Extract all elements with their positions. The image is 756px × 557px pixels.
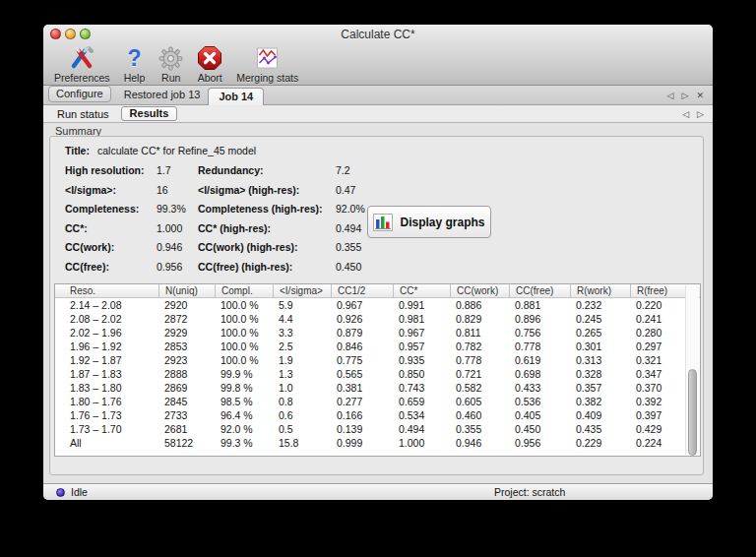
cell-ccfree: 0.756	[509, 326, 570, 340]
table-row[interactable]: 1.80 – 1.76 2845 98.5 % 0.8 0.277 0.659 …	[55, 395, 700, 408]
table-row[interactable]: 2.14 – 2.08 2920 100.0 % 5.9 0.967 0.991…	[55, 298, 700, 312]
cell-rwork: 0.232	[570, 298, 630, 312]
cell-ccwork: 0.721	[450, 367, 509, 381]
cell-nuniq: 2888	[158, 367, 215, 381]
tab-results[interactable]: Results	[121, 106, 178, 121]
table-row[interactable]: 2.02 – 1.96 2929 100.0 % 3.3 0.879 0.967…	[55, 326, 700, 340]
cell-ccstar: 1.000	[393, 436, 450, 450]
abort-label: Abort	[198, 72, 222, 84]
cell-ccwork: 0.811	[450, 326, 509, 340]
cell-ccstar: 0.957	[393, 340, 450, 353]
cell-reso: 2.14 – 2.08	[55, 298, 158, 312]
cell-isigma: 3.3	[273, 326, 331, 340]
merging-stats-button[interactable]: Merging stats	[229, 43, 305, 84]
subtab-scroll-left-icon[interactable]: ◁	[682, 109, 689, 119]
summary-value: 1.000	[157, 222, 182, 234]
subtab-scroll-right-icon[interactable]: ▷	[697, 109, 704, 119]
cell-ccfree: 0.450	[509, 422, 570, 436]
status-indicator: Idle	[56, 486, 88, 498]
summary-key-high-res: CC(free) (high-res):	[198, 261, 292, 273]
run-icon	[158, 44, 183, 72]
close-button[interactable]	[50, 29, 61, 39]
column-header-rwork[interactable]: R(work)	[570, 284, 630, 297]
minimize-button[interactable]	[65, 29, 76, 39]
column-header-isigma[interactable]: <I/sigma>	[273, 284, 331, 297]
cell-ccstar: 0.743	[393, 381, 450, 395]
status-bar: Idle Project: scratch	[43, 483, 713, 500]
table-row[interactable]: 2.08 – 2.02 2872 100.0 % 4.4 0.926 0.981…	[55, 312, 700, 326]
result-tab-bar: Run status Results ◁ ▷	[43, 105, 713, 123]
column-header-compl[interactable]: Compl.	[215, 284, 273, 297]
tab-scroll-left-icon[interactable]: ◁	[667, 91, 674, 100]
column-header-nuniq[interactable]: N(uniq)	[158, 284, 215, 297]
preferences-button[interactable]: Preferences	[47, 43, 117, 84]
tab-scroll-controls: ◁ ▷ ✕	[667, 86, 704, 104]
table-scrollbar[interactable]	[685, 285, 699, 455]
table-row[interactable]: 1.96 – 1.92 2853 100.0 % 2.5 0.846 0.957…	[55, 340, 700, 353]
cell-ccwork: 0.778	[450, 353, 509, 367]
cell-isigma: 0.5	[273, 422, 331, 436]
tab-job-14[interactable]: Job 14	[208, 88, 264, 105]
window-title: Calculate CC*	[341, 28, 414, 41]
cell-isigma: 1.3	[273, 367, 331, 381]
run-button[interactable]: Run	[152, 43, 190, 84]
abort-button[interactable]: Abort	[190, 43, 229, 84]
cell-isigma: 0.6	[273, 408, 331, 422]
table-row[interactable]: All 58122 99.3 % 15.8 0.999 1.000 0.946 …	[55, 436, 700, 450]
table-row[interactable]: 1.83 – 1.80 2869 99.8 % 1.0 0.381 0.743 …	[55, 381, 700, 395]
summary-key: CC(free):	[65, 261, 109, 273]
cell-rwork: 0.435	[570, 422, 630, 436]
table-row[interactable]: 1.73 – 1.70 2681 92.0 % 0.5 0.139 0.494 …	[55, 422, 700, 436]
run-label: Run	[161, 72, 180, 84]
abort-icon	[197, 44, 222, 72]
cell-isigma: 2.5	[273, 340, 331, 353]
cell-nuniq: 2733	[158, 408, 215, 422]
summary-value: 99.3%	[157, 203, 186, 215]
preferences-label: Preferences	[54, 72, 110, 84]
tab-configure[interactable]: Configure	[48, 86, 111, 102]
display-graphs-button[interactable]: Display graphs	[367, 206, 491, 238]
title-label: Title:	[65, 145, 90, 156]
column-header-reso[interactable]: Reso.	[55, 284, 158, 297]
column-header-ccfree[interactable]: CC(free)	[509, 284, 570, 297]
column-header-ccstar[interactable]: CC*	[393, 284, 450, 297]
summary-value-high-res: 0.450	[336, 261, 361, 273]
column-header-ccwork[interactable]: CC(work)	[450, 284, 509, 297]
cell-cc12: 0.926	[331, 312, 393, 326]
summary-groupbox: Title: calculate CC* for Refine_45 model…	[49, 136, 704, 475]
table-row[interactable]: 1.76 – 1.73 2733 96.4 % 0.6 0.166 0.534 …	[55, 408, 700, 422]
summary-value: 0.946	[157, 241, 182, 253]
tab-run-status[interactable]: Run status	[49, 107, 117, 121]
tab-restored-job-13[interactable]: Restored job 13	[116, 89, 209, 104]
summary-key-high-res: CC* (high-res):	[198, 222, 271, 234]
cell-compl: 100.0 %	[215, 353, 273, 367]
cell-nuniq: 2845	[158, 395, 215, 408]
app-window: Calculate CC* Preferences ? Help	[43, 25, 713, 500]
column-header-cc12[interactable]: CC1/2	[331, 284, 393, 297]
cell-cc12: 0.879	[331, 326, 393, 340]
zoom-button[interactable]	[80, 29, 91, 39]
cell-reso: All	[55, 436, 158, 450]
summary-key-high-res: Completeness (high-res):	[198, 203, 323, 215]
cell-ccwork: 0.582	[450, 381, 509, 395]
cell-rwork: 0.229	[570, 436, 630, 450]
summary-value-high-res: 7.2	[336, 164, 350, 176]
table-scrollbar-thumb[interactable]	[688, 369, 697, 456]
cell-ccwork: 0.946	[450, 436, 509, 450]
results-panel: Summary Title: calculate CC* for Refine_…	[43, 123, 713, 483]
cell-rwork: 0.382	[570, 395, 630, 408]
merging-stats-icon	[256, 44, 279, 72]
table-row[interactable]: 1.92 – 1.87 2923 100.0 % 1.9 0.775 0.935…	[55, 353, 700, 367]
cell-isigma: 15.8	[273, 436, 331, 450]
cell-ccfree: 0.896	[509, 312, 570, 326]
cell-ccstar: 0.850	[393, 367, 450, 381]
summary-value: 1.7	[157, 164, 171, 176]
cell-reso: 2.02 – 1.96	[55, 326, 158, 340]
cell-cc12: 0.846	[331, 340, 393, 353]
tab-close-icon[interactable]: ✕	[696, 91, 704, 100]
tab-scroll-right-icon[interactable]: ▷	[682, 91, 689, 100]
help-button[interactable]: ? Help	[117, 43, 153, 84]
table-row[interactable]: 1.87 – 1.83 2888 99.9 % 1.3 0.565 0.850 …	[55, 367, 700, 381]
window-controls	[50, 29, 91, 39]
cell-ccwork: 0.355	[450, 422, 509, 436]
